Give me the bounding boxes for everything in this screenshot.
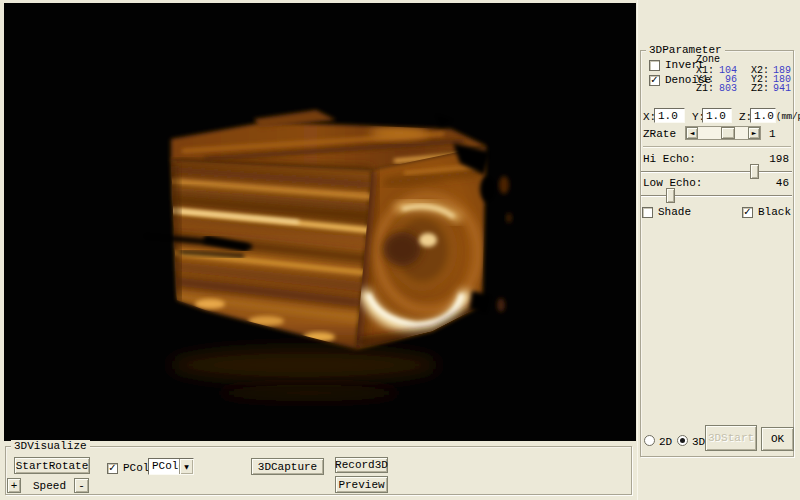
render-viewport[interactable] xyxy=(4,3,636,441)
zone-title: Zone xyxy=(696,55,720,64)
zone-z2-value: 941 xyxy=(771,84,791,93)
zrate-scroll-right-button[interactable]: ► xyxy=(748,127,760,139)
mode-2d-radio[interactable] xyxy=(644,435,655,446)
shade-checkbox-box xyxy=(642,207,653,218)
zrate-scroll-track[interactable] xyxy=(698,127,748,139)
panel-separator xyxy=(643,146,791,148)
zrate-scroll-left-button[interactable]: ◄ xyxy=(686,127,698,139)
speed-label: Speed xyxy=(33,481,66,492)
scale-x-input[interactable] xyxy=(654,108,685,123)
black-checkbox[interactable]: ✓ Black xyxy=(742,206,791,218)
low-echo-slider-groove xyxy=(641,195,792,197)
hi-echo-slider-groove xyxy=(641,171,792,173)
zrate-scrollbar[interactable]: ◄ ► xyxy=(685,126,761,140)
pcolor-dropdown-value: PColor xyxy=(149,459,179,474)
shade-checkbox-label: Shade xyxy=(658,206,691,218)
pcolor-dropdown-button[interactable]: ▼ xyxy=(179,459,193,474)
app-window: { "icons": { "check": "✓", "dropdown_arr… xyxy=(0,0,800,500)
zrate-value: 1 xyxy=(769,129,776,140)
zrate-scroll-thumb[interactable] xyxy=(721,127,735,139)
scale-y-input[interactable] xyxy=(702,108,732,123)
dropdown-arrow-icon: ▼ xyxy=(184,464,189,470)
visualize-group: 3DVisualize StartRotate + Speed - ✓ PCol… xyxy=(5,446,632,495)
visualize-group-title: 3DVisualize xyxy=(11,440,90,453)
start-rotate-button[interactable]: StartRotate xyxy=(14,457,90,474)
pcolor-checkbox-box: ✓ xyxy=(107,463,118,474)
mode-3d-label: 3D xyxy=(692,437,705,448)
black-checkbox-label: Black xyxy=(758,206,791,218)
invert-checkbox-box xyxy=(649,60,660,71)
shade-checkbox[interactable]: Shade xyxy=(642,206,691,218)
black-checkbox-box: ✓ xyxy=(742,207,753,218)
zrate-label: ZRate xyxy=(643,129,676,140)
record-3d-button[interactable]: Record3D xyxy=(335,457,388,473)
hi-echo-slider-thumb[interactable] xyxy=(750,164,759,179)
scroll-left-icon: ◄ xyxy=(690,130,695,136)
low-echo-slider[interactable] xyxy=(641,188,792,204)
start3d-button[interactable]: 3DStart xyxy=(705,425,757,451)
parameter-group: 3DParameter Invert ✓ Denoise Zone X1: 10… xyxy=(640,50,794,457)
speed-minus-button[interactable]: - xyxy=(74,478,89,493)
scroll-right-icon: ► xyxy=(752,130,757,136)
capture-3d-button[interactable]: 3DCapture xyxy=(251,458,324,475)
ultrasound-volume-render xyxy=(4,3,636,441)
pcolor-dropdown[interactable]: PColor ▼ xyxy=(148,458,194,475)
preview-button[interactable]: Preview xyxy=(335,476,388,493)
zone-z2-label: Z2: xyxy=(751,84,769,93)
mode-2d-label: 2D xyxy=(659,437,672,448)
low-echo-slider-thumb[interactable] xyxy=(666,188,675,203)
denoise-checkbox-box: ✓ xyxy=(649,75,660,86)
ok-button[interactable]: OK xyxy=(761,427,794,451)
scale-unit-label: (mm/p) xyxy=(776,112,800,123)
zone-z1-value: 803 xyxy=(717,84,737,93)
mode-3d-radio[interactable] xyxy=(677,435,688,446)
scale-z-input[interactable] xyxy=(750,108,776,123)
speed-plus-button[interactable]: + xyxy=(7,478,21,493)
zone-z1-label: Z1: xyxy=(696,84,714,93)
